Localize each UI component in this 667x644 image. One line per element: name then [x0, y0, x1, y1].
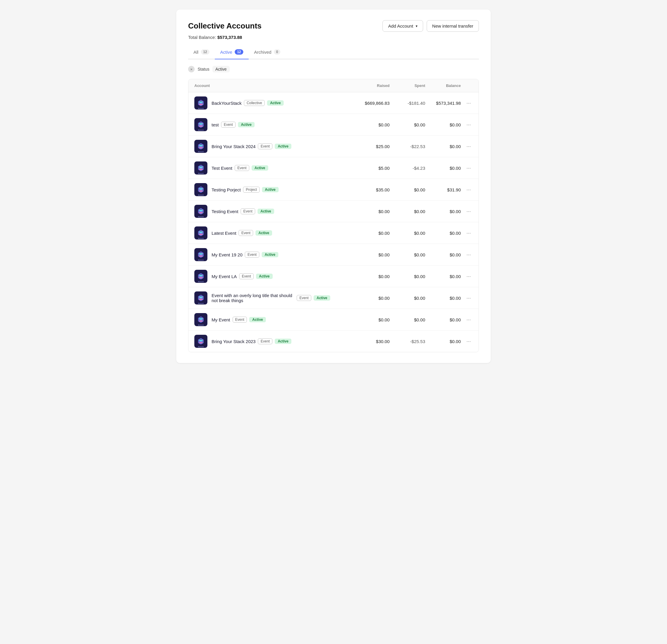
row-menu-button[interactable]: ···: [465, 337, 473, 346]
account-name-row: Testing Porject Project Active: [212, 187, 279, 193]
add-account-button[interactable]: Add Account ▾: [383, 20, 423, 32]
row-menu-button[interactable]: ···: [465, 99, 473, 108]
table-row: bkyourst Bring Your Stack 2024 Event Act…: [189, 135, 478, 157]
account-info: Bring Your Stack 2023 Event Active: [212, 338, 291, 344]
account-name: Testing Event: [212, 209, 238, 214]
account-info: BackYourStack Collective Active: [212, 100, 284, 106]
account-cell: bkyourst My Event 19 20 Event Active: [194, 248, 330, 261]
row-actions: ···: [461, 186, 473, 194]
tab-archived-label: Archived: [254, 50, 271, 54]
account-name: Bring Your Stack 2024: [212, 144, 256, 149]
spent-amount: $0.00: [390, 187, 425, 192]
table-body: bkyourst BackYourStack Collective Active…: [189, 92, 478, 352]
account-logo: bkyourst: [194, 248, 207, 261]
row-actions: ···: [461, 294, 473, 302]
tab-active[interactable]: Active 12: [215, 46, 249, 59]
account-name-row: My Event 19 20 Event Active: [212, 252, 278, 258]
tab-archived-badge: 0: [274, 49, 281, 54]
tab-all[interactable]: All 12: [188, 46, 215, 59]
account-info: test Event Active: [212, 122, 255, 128]
row-menu-button[interactable]: ···: [465, 316, 473, 324]
row-menu-button[interactable]: ···: [465, 164, 473, 173]
status-badge: Active: [275, 339, 291, 344]
page-title: Collective Accounts: [188, 21, 262, 31]
type-badge: Event: [297, 295, 311, 301]
add-account-label: Add Account: [388, 23, 413, 29]
account-name-row: Testing Event Event Active: [212, 208, 274, 214]
spent-amount: -$22.53: [390, 144, 425, 149]
account-cell: bkyourst Bring Your Stack 2024 Event Act…: [194, 140, 330, 153]
svg-text:bkyourst: bkyourst: [198, 259, 204, 261]
raised-amount: $0.00: [330, 252, 390, 257]
account-cell: bkyourst Bring Your Stack 2023 Event Act…: [194, 335, 330, 348]
row-menu-button[interactable]: ···: [465, 294, 473, 302]
col-header-spent: Spent: [390, 83, 425, 88]
spent-amount: $0.00: [390, 230, 425, 236]
spent-amount: $0.00: [390, 252, 425, 257]
raised-amount: $5.00: [330, 166, 390, 171]
account-name-row: My Event LA Event Active: [212, 273, 273, 279]
row-menu-button[interactable]: ···: [465, 120, 473, 129]
balance-amount: $0.00: [425, 274, 461, 279]
table-row: bkyourst My Event Event Active $0.00 $0.…: [189, 309, 478, 331]
table-row: bkyourst Bring Your Stack 2023 Event Act…: [189, 331, 478, 352]
row-menu-button[interactable]: ···: [465, 251, 473, 259]
table-row: bkyourst Testing Event Event Active $0.0…: [189, 200, 478, 222]
account-cell: bkyourst My Event Event Active: [194, 313, 330, 326]
tab-archived[interactable]: Archived 0: [249, 46, 286, 59]
row-actions: ···: [461, 272, 473, 281]
table-row: bkyourst BackYourStack Collective Active…: [189, 92, 478, 114]
row-actions: ···: [461, 120, 473, 129]
row-actions: ···: [461, 99, 473, 108]
type-badge: Event: [241, 208, 255, 214]
account-name-row: Bring Your Stack 2023 Event Active: [212, 338, 291, 344]
row-menu-button[interactable]: ···: [465, 186, 473, 194]
type-badge: Collective: [244, 100, 265, 106]
row-actions: ···: [461, 337, 473, 346]
chevron-down-icon: ▾: [416, 24, 418, 28]
raised-amount: $0.00: [330, 209, 390, 214]
new-transfer-button[interactable]: New internal transfer: [427, 20, 479, 32]
raised-amount: $30.00: [330, 339, 390, 344]
account-logo: bkyourst: [194, 335, 207, 348]
type-badge: Event: [233, 317, 247, 323]
svg-text:bkyourst: bkyourst: [198, 324, 204, 326]
account-cell: bkyourst My Event LA Event Active: [194, 270, 330, 283]
svg-text:bkyourst: bkyourst: [198, 108, 204, 109]
account-info: Latest Event Event Active: [212, 230, 272, 236]
account-logo: bkyourst: [194, 291, 207, 305]
row-menu-button[interactable]: ···: [465, 142, 473, 151]
account-name: Latest Event: [212, 230, 236, 236]
tab-active-badge: 12: [235, 49, 243, 54]
raised-amount: $0.00: [330, 122, 390, 127]
spent-amount: -$25.53: [390, 339, 425, 344]
balance-amount: $0.00: [425, 122, 461, 127]
account-info: My Event LA Event Active: [212, 273, 273, 279]
account-name: Event with an overly long title that sho…: [212, 293, 294, 303]
page-container: Collective Accounts Add Account ▾ New in…: [176, 10, 491, 363]
row-actions: ···: [461, 207, 473, 216]
raised-amount: $25.00: [330, 144, 390, 149]
row-actions: ···: [461, 316, 473, 324]
svg-text:bkyourst: bkyourst: [198, 173, 204, 174]
svg-text:bkyourst: bkyourst: [198, 216, 204, 218]
table-row: bkyourst Testing Porject Project Active …: [189, 179, 478, 200]
balance-amount: $0.00: [425, 209, 461, 214]
spent-amount: $0.00: [390, 122, 425, 127]
row-menu-button[interactable]: ···: [465, 207, 473, 216]
spent-amount: -$181.40: [390, 101, 425, 106]
account-name-row: Event with an overly long title that sho…: [212, 293, 330, 303]
account-logo: bkyourst: [194, 140, 207, 153]
tab-active-label: Active: [220, 50, 232, 54]
balance-amount: $0.00: [425, 295, 461, 301]
status-badge: Active: [262, 187, 279, 192]
svg-text:bkyourst: bkyourst: [198, 151, 204, 152]
account-name-row: My Event Event Active: [212, 317, 266, 323]
filter-clear-button[interactable]: ×: [188, 66, 195, 73]
balance-amount: $0.00: [425, 144, 461, 149]
status-badge: Active: [238, 122, 255, 127]
row-menu-button[interactable]: ···: [465, 229, 473, 238]
row-menu-button[interactable]: ···: [465, 272, 473, 281]
type-badge: Event: [258, 338, 272, 344]
type-badge: Event: [258, 143, 272, 149]
